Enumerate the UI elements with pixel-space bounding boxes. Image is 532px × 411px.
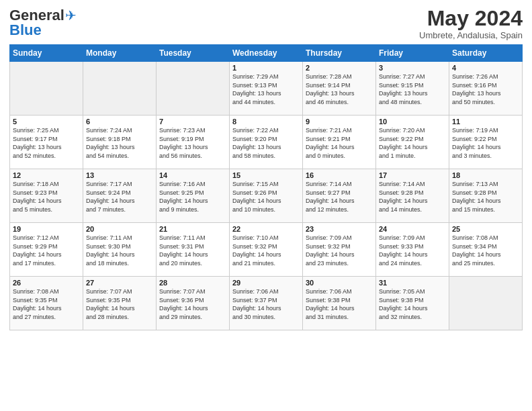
day-cell: 27Sunrise: 7:07 AM Sunset: 9:35 PM Dayli… [83, 277, 157, 330]
day-cell: 19Sunrise: 7:12 AM Sunset: 9:29 PM Dayli… [10, 223, 83, 277]
day-cell: 9Sunrise: 7:21 AM Sunset: 9:21 PM Daylig… [303, 116, 376, 169]
day-number: 30 [306, 279, 373, 287]
day-info: Sunrise: 7:19 AM Sunset: 9:22 PM Dayligh… [452, 126, 519, 160]
day-number: 6 [86, 118, 153, 126]
day-info: Sunrise: 7:27 AM Sunset: 9:15 PM Dayligh… [379, 73, 446, 106]
day-cell: 31Sunrise: 7:05 AM Sunset: 9:38 PM Dayli… [376, 277, 449, 330]
day-number: 31 [379, 279, 446, 287]
day-number: 21 [159, 225, 226, 233]
day-cell: 13Sunrise: 7:17 AM Sunset: 9:24 PM Dayli… [83, 169, 157, 223]
day-info: Sunrise: 7:14 AM Sunset: 9:28 PM Dayligh… [379, 180, 446, 214]
day-info: Sunrise: 7:15 AM Sunset: 9:26 PM Dayligh… [232, 180, 300, 214]
logo-blue-text: Blue [9, 21, 42, 39]
day-cell [157, 62, 230, 116]
day-number: 20 [86, 225, 153, 233]
day-cell: 23Sunrise: 7:09 AM Sunset: 9:32 PM Dayli… [303, 223, 376, 277]
day-number: 18 [452, 171, 519, 179]
day-number: 14 [159, 171, 226, 179]
day-info: Sunrise: 7:09 AM Sunset: 9:32 PM Dayligh… [306, 234, 373, 267]
col-header-friday: Friday [376, 45, 449, 62]
day-info: Sunrise: 7:17 AM Sunset: 9:24 PM Dayligh… [86, 180, 153, 214]
day-number: 5 [13, 118, 80, 126]
day-info: Sunrise: 7:12 AM Sunset: 9:29 PM Dayligh… [13, 234, 80, 267]
day-cell: 8Sunrise: 7:22 AM Sunset: 9:20 PM Daylig… [230, 116, 303, 169]
page: General ✈ Blue May 2024 Umbrete, Andalus… [0, 0, 532, 411]
day-info: Sunrise: 7:18 AM Sunset: 9:23 PM Dayligh… [13, 180, 80, 214]
day-number: 4 [452, 64, 519, 72]
day-info: Sunrise: 7:08 AM Sunset: 9:35 PM Dayligh… [13, 287, 80, 321]
day-cell: 30Sunrise: 7:06 AM Sunset: 9:38 PM Dayli… [303, 277, 376, 330]
day-info: Sunrise: 7:21 AM Sunset: 9:21 PM Dayligh… [306, 126, 373, 160]
day-number: 29 [232, 279, 300, 287]
day-cell: 25Sunrise: 7:08 AM Sunset: 9:34 PM Dayli… [449, 223, 523, 277]
day-cell: 10Sunrise: 7:20 AM Sunset: 9:22 PM Dayli… [376, 116, 449, 169]
col-header-monday: Monday [83, 45, 157, 62]
day-number: 2 [306, 64, 373, 72]
col-header-sunday: Sunday [10, 45, 83, 62]
day-cell: 1Sunrise: 7:29 AM Sunset: 9:13 PM Daylig… [230, 62, 303, 116]
day-info: Sunrise: 7:07 AM Sunset: 9:36 PM Dayligh… [159, 287, 226, 321]
day-cell: 4Sunrise: 7:26 AM Sunset: 9:16 PM Daylig… [449, 62, 523, 116]
day-cell: 26Sunrise: 7:08 AM Sunset: 9:35 PM Dayli… [10, 277, 83, 330]
day-cell: 2Sunrise: 7:28 AM Sunset: 9:14 PM Daylig… [303, 62, 376, 116]
day-number: 13 [86, 171, 153, 179]
day-number: 8 [232, 118, 300, 126]
day-info: Sunrise: 7:07 AM Sunset: 9:35 PM Dayligh… [86, 287, 153, 321]
day-number: 10 [379, 118, 446, 126]
day-number: 25 [452, 225, 519, 233]
day-info: Sunrise: 7:24 AM Sunset: 9:18 PM Dayligh… [86, 126, 153, 160]
day-number: 1 [232, 64, 300, 72]
day-number: 16 [306, 171, 373, 179]
day-cell: 14Sunrise: 7:16 AM Sunset: 9:25 PM Dayli… [157, 169, 230, 223]
day-info: Sunrise: 7:10 AM Sunset: 9:32 PM Dayligh… [232, 234, 300, 267]
col-header-thursday: Thursday [303, 45, 376, 62]
header-row: SundayMondayTuesdayWednesdayThursdayFrid… [10, 45, 523, 62]
logo-bird-icon: ✈ [65, 7, 77, 24]
day-cell: 16Sunrise: 7:14 AM Sunset: 9:27 PM Dayli… [303, 169, 376, 223]
day-number: 22 [232, 225, 300, 233]
day-number: 27 [86, 279, 153, 287]
day-cell: 28Sunrise: 7:07 AM Sunset: 9:36 PM Dayli… [157, 277, 230, 330]
calendar-table: SundayMondayTuesdayWednesdayThursdayFrid… [9, 44, 523, 330]
week-row-1: 1Sunrise: 7:29 AM Sunset: 9:13 PM Daylig… [10, 62, 523, 116]
day-cell [83, 62, 157, 116]
day-number: 11 [452, 118, 519, 126]
day-number: 23 [306, 225, 373, 233]
day-number: 24 [379, 225, 446, 233]
day-info: Sunrise: 7:28 AM Sunset: 9:14 PM Dayligh… [306, 73, 373, 106]
day-cell: 22Sunrise: 7:10 AM Sunset: 9:32 PM Dayli… [230, 223, 303, 277]
day-info: Sunrise: 7:11 AM Sunset: 9:30 PM Dayligh… [86, 234, 153, 267]
day-info: Sunrise: 7:23 AM Sunset: 9:19 PM Dayligh… [159, 126, 226, 160]
col-header-wednesday: Wednesday [230, 45, 303, 62]
day-cell: 29Sunrise: 7:06 AM Sunset: 9:37 PM Dayli… [230, 277, 303, 330]
day-number: 15 [232, 171, 300, 179]
day-info: Sunrise: 7:25 AM Sunset: 9:17 PM Dayligh… [13, 126, 80, 160]
day-cell: 15Sunrise: 7:15 AM Sunset: 9:26 PM Dayli… [230, 169, 303, 223]
week-row-4: 19Sunrise: 7:12 AM Sunset: 9:29 PM Dayli… [10, 223, 523, 277]
day-cell: 18Sunrise: 7:13 AM Sunset: 9:28 PM Dayli… [449, 169, 523, 223]
day-number: 7 [159, 118, 226, 126]
header: General ✈ Blue May 2024 Umbrete, Andalus… [9, 7, 523, 40]
day-cell: 12Sunrise: 7:18 AM Sunset: 9:23 PM Dayli… [10, 169, 83, 223]
day-info: Sunrise: 7:20 AM Sunset: 9:22 PM Dayligh… [379, 126, 446, 160]
day-number: 17 [379, 171, 446, 179]
location: Umbrete, Andalusia, Spain [419, 30, 523, 40]
day-info: Sunrise: 7:14 AM Sunset: 9:27 PM Dayligh… [306, 180, 373, 214]
day-cell: 20Sunrise: 7:11 AM Sunset: 9:30 PM Dayli… [83, 223, 157, 277]
day-cell [10, 62, 83, 116]
header-right: May 2024 Umbrete, Andalusia, Spain [419, 7, 523, 40]
day-number: 3 [379, 64, 446, 72]
week-row-3: 12Sunrise: 7:18 AM Sunset: 9:23 PM Dayli… [10, 169, 523, 223]
day-info: Sunrise: 7:16 AM Sunset: 9:25 PM Dayligh… [159, 180, 226, 214]
day-info: Sunrise: 7:22 AM Sunset: 9:20 PM Dayligh… [232, 126, 300, 160]
day-cell: 6Sunrise: 7:24 AM Sunset: 9:18 PM Daylig… [83, 116, 157, 169]
day-info: Sunrise: 7:29 AM Sunset: 9:13 PM Dayligh… [232, 73, 300, 106]
day-info: Sunrise: 7:09 AM Sunset: 9:33 PM Dayligh… [379, 234, 446, 267]
day-cell: 7Sunrise: 7:23 AM Sunset: 9:19 PM Daylig… [157, 116, 230, 169]
day-info: Sunrise: 7:26 AM Sunset: 9:16 PM Dayligh… [452, 73, 519, 106]
day-cell: 3Sunrise: 7:27 AM Sunset: 9:15 PM Daylig… [376, 62, 449, 116]
col-header-tuesday: Tuesday [157, 45, 230, 62]
month-title: May 2024 [419, 7, 523, 30]
day-cell: 24Sunrise: 7:09 AM Sunset: 9:33 PM Dayli… [376, 223, 449, 277]
day-number: 9 [306, 118, 373, 126]
